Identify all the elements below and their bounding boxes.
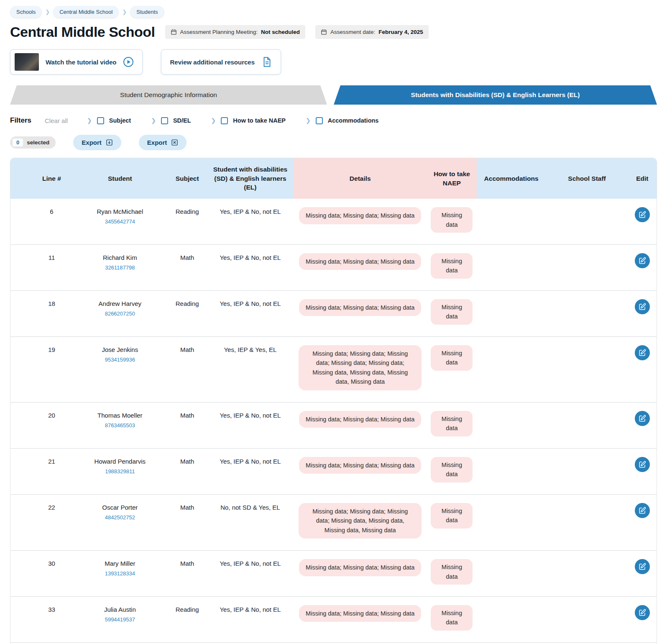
tab-bar: Student Demographic Information Students… xyxy=(10,85,657,105)
page-title: Central Middle School xyxy=(10,24,155,40)
school-staff-cell xyxy=(546,596,628,642)
subject-cell: Reading xyxy=(167,642,207,644)
student-cell: Julia Austin 5994419537 xyxy=(73,596,167,642)
naep-missing-data-pill: Missing data xyxy=(431,299,473,325)
export-excel-icon xyxy=(171,139,178,146)
line-number: 20 xyxy=(31,402,73,448)
details-cell: Missing data; Missing data; Missing data xyxy=(293,402,427,448)
student-cell: Mary Miller 1393128334 xyxy=(73,551,167,597)
sd-el-cell: No, not SD & Yes, EL xyxy=(207,494,293,550)
line-number: 18 xyxy=(31,290,73,336)
school-staff-cell xyxy=(546,551,628,597)
meeting-badge-label: Assessment Planning Meeting: xyxy=(180,29,258,35)
additional-resources-card[interactable]: Review additional resources xyxy=(161,49,281,74)
student-id: 4842502752 xyxy=(76,514,164,521)
naep-missing-data-pill: Missing data xyxy=(431,457,473,482)
line-number: 11 xyxy=(31,245,73,291)
naep-filter-checkbox[interactable] xyxy=(221,117,228,124)
edit-button[interactable] xyxy=(635,411,650,426)
edit-button[interactable] xyxy=(635,253,650,268)
details-cell: Missing data; Missing data; Missing data xyxy=(293,245,427,291)
edit-pencil-icon xyxy=(639,257,646,264)
sdel-filter-label: SD/EL xyxy=(173,117,191,124)
filters-row: Filters Clear all ❯ Subject ❯ SD/EL ❯ Ho… xyxy=(10,116,657,125)
details-missing-data-pill: Missing data; Missing data; Missing data xyxy=(299,253,421,270)
export-pdf-label: Export xyxy=(82,139,102,146)
table-row: 39 Freda Dixon 7043116308 Reading No, no… xyxy=(10,642,657,644)
edit-button[interactable] xyxy=(635,207,650,222)
column-header-line: Line # xyxy=(31,158,73,199)
chevron-right-icon: ❯ xyxy=(44,9,51,15)
edit-button[interactable] xyxy=(635,559,650,574)
student-cell: Oscar Porter 4842502752 xyxy=(73,494,167,550)
school-staff-cell xyxy=(546,290,628,336)
clear-all-filters-button[interactable]: Clear all xyxy=(45,117,68,124)
subject-cell: Math xyxy=(167,494,207,550)
column-header-sdel: Student with disabilities (SD) & English… xyxy=(207,158,293,199)
breadcrumb-item-school[interactable]: Central Middle School xyxy=(53,6,119,18)
tab-demographic-information[interactable]: Student Demographic Information xyxy=(10,85,327,105)
details-missing-data-pill: Missing data; Missing data; Missing data xyxy=(299,299,421,316)
export-pdf-icon xyxy=(106,139,113,146)
table-row: 19 Jose Jenkins 9534159936 Math Yes, IEP… xyxy=(10,336,657,402)
table-header: Line # Student Subject Student with disa… xyxy=(10,158,657,199)
table-row: 22 Oscar Porter 4842502752 Math No, not … xyxy=(10,494,657,550)
edit-button[interactable] xyxy=(635,345,650,360)
student-name: Mary Miller xyxy=(76,559,164,568)
edit-button[interactable] xyxy=(635,503,650,518)
student-cell: Thomas Moeller 8763465503 xyxy=(73,402,167,448)
accommodations-cell xyxy=(477,199,546,244)
naep-filter-label: How to take NAEP xyxy=(233,117,286,124)
breadcrumb-item-students[interactable]: Students xyxy=(130,6,164,18)
export-excel-button[interactable]: Export xyxy=(139,135,187,150)
accommodations-filter-checkbox[interactable] xyxy=(316,117,323,124)
students-table: Line # Student Subject Student with disa… xyxy=(10,158,657,644)
details-cell: Missing data; Missing data; Missing data xyxy=(293,448,427,494)
breadcrumb-item-schools[interactable]: Schools xyxy=(10,6,42,18)
accommodations-cell xyxy=(477,402,546,448)
sd-el-cell: Yes, IEP & No, not EL xyxy=(207,551,293,597)
edit-pencil-icon xyxy=(639,507,646,514)
school-staff-cell xyxy=(546,494,628,550)
edit-cell xyxy=(628,245,657,291)
filter-group-naep: ❯ How to take NAEP xyxy=(211,117,286,124)
accommodations-cell xyxy=(477,642,546,644)
column-header-accommodations: Accommodations xyxy=(477,158,546,199)
accommodations-cell xyxy=(477,596,546,642)
details-cell: Missing data; Missing data; Missing data… xyxy=(293,494,427,550)
tab-sd-el[interactable]: Students with Disabilities (SD) & Englis… xyxy=(334,85,657,105)
edit-cell xyxy=(628,402,657,448)
naep-missing-data-pill: Missing data xyxy=(431,253,473,279)
edit-button[interactable] xyxy=(635,605,650,620)
subject-filter-checkbox[interactable] xyxy=(97,117,104,124)
student-id: 1393128334 xyxy=(76,570,164,577)
naep-missing-data-pill: Missing data xyxy=(431,345,473,371)
sdel-filter-checkbox[interactable] xyxy=(161,117,168,124)
breadcrumb: Schools ❯ Central Middle School ❯ Studen… xyxy=(10,6,657,18)
edit-pencil-icon xyxy=(639,563,646,570)
student-id: 1988329811 xyxy=(76,468,164,475)
student-id: 5994419537 xyxy=(76,616,164,623)
row-spacer xyxy=(10,402,31,448)
student-id: 8266207250 xyxy=(76,310,164,318)
school-staff-cell xyxy=(546,402,628,448)
edit-button[interactable] xyxy=(635,299,650,314)
toolbar: 0 selected Export Export xyxy=(10,135,657,150)
edit-button[interactable] xyxy=(635,457,650,472)
export-pdf-button[interactable]: Export xyxy=(73,135,121,150)
naep-missing-data-pill: Missing data xyxy=(431,503,473,529)
tutorial-video-card[interactable]: Watch the tutorial video xyxy=(10,49,143,74)
column-header-edit: Edit xyxy=(628,158,657,199)
column-header-details: Details xyxy=(293,158,427,199)
header-spacer xyxy=(10,158,31,199)
student-cell: Howard Pendarvis 1988329811 xyxy=(73,448,167,494)
chevron-right-icon: ❯ xyxy=(121,9,128,15)
naep-cell: Missing data xyxy=(427,245,477,291)
column-header-student: Student xyxy=(73,158,167,199)
student-name: Oscar Porter xyxy=(76,503,164,512)
student-name: Richard Kim xyxy=(76,253,164,262)
details-cell: Missing data; Missing data; Missing data xyxy=(293,596,427,642)
table-row: 6 Ryan McMichael 3455642774 Reading Yes,… xyxy=(10,199,657,244)
video-thumbnail xyxy=(15,53,39,71)
subject-cell: Math xyxy=(167,448,207,494)
